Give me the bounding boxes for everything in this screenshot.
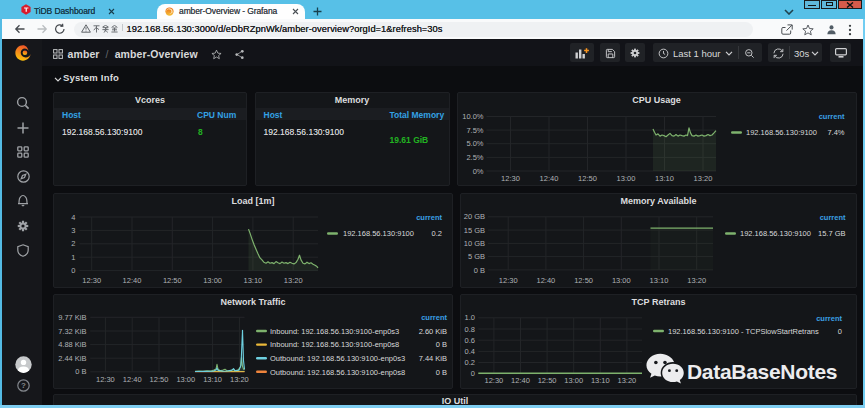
svg-text:192.168.56.130:9100 - TCPSlowS: 192.168.56.130:9100 - TCPSlowStartRetran… xyxy=(668,327,819,336)
svg-text:12:50: 12:50 xyxy=(163,276,182,285)
svg-text:12:30: 12:30 xyxy=(499,276,518,285)
svg-text:0.2: 0.2 xyxy=(432,229,442,238)
svg-text:13:00: 13:00 xyxy=(203,276,222,285)
svg-text:current: current xyxy=(820,213,846,222)
svg-text:12:50: 12:50 xyxy=(578,174,597,183)
svg-text:13:20: 13:20 xyxy=(693,174,712,183)
svg-text:2.44 KiB: 2.44 KiB xyxy=(58,354,86,363)
svg-text:192.168.56.130:9100: 192.168.56.130:9100 xyxy=(343,229,414,238)
svg-text:12:40: 12:40 xyxy=(511,376,530,385)
svg-text:7.32 KiB: 7.32 KiB xyxy=(58,327,86,336)
svg-text:10 GB: 10 GB xyxy=(464,239,485,248)
svg-text:0.2: 0.2 xyxy=(465,358,475,367)
svg-text:2: 2 xyxy=(71,239,75,248)
svg-text:7.44 KiB: 7.44 KiB xyxy=(419,354,447,363)
svg-text:current: current xyxy=(421,313,447,322)
svg-text:4: 4 xyxy=(71,213,75,222)
svg-text:12:30: 12:30 xyxy=(485,376,504,385)
svg-text:7.5%: 7.5% xyxy=(466,126,483,135)
svg-text:0: 0 xyxy=(838,327,842,336)
svg-text:13:20: 13:20 xyxy=(687,276,706,285)
svg-text:current: current xyxy=(818,112,844,121)
svg-text:4.88 KiB: 4.88 KiB xyxy=(58,340,86,349)
svg-text:192.168.56.130:9100: 192.168.56.130:9100 xyxy=(740,229,811,238)
svg-text:Outbound: 192.168.56.130:9100-: Outbound: 192.168.56.130:9100-enp0s8 xyxy=(270,368,405,377)
svg-text:12:50: 12:50 xyxy=(538,376,557,385)
svg-text:13:20: 13:20 xyxy=(284,276,303,285)
svg-text:0: 0 xyxy=(471,369,475,378)
svg-text:current: current xyxy=(816,314,842,323)
svg-text:12:30: 12:30 xyxy=(96,375,115,384)
svg-text:13:00: 13:00 xyxy=(176,375,195,384)
svg-text:0: 0 xyxy=(71,266,75,275)
svg-text:5 GB: 5 GB xyxy=(468,252,485,261)
svg-text:192.168.56.130:9100: 192.168.56.130:9100 xyxy=(746,128,817,137)
svg-text:0.8: 0.8 xyxy=(465,325,475,334)
svg-text:0 B: 0 B xyxy=(474,266,485,275)
svg-text:0 B: 0 B xyxy=(75,367,86,376)
svg-text:Outbound: 192.168.56.130:9100-: Outbound: 192.168.56.130:9100-enp0s3 xyxy=(270,354,405,363)
svg-text:0 B: 0 B xyxy=(436,340,447,349)
svg-text:12:40: 12:40 xyxy=(123,276,142,285)
svg-text:12:40: 12:40 xyxy=(539,174,558,183)
svg-text:13:10: 13:10 xyxy=(655,174,674,183)
svg-text:2.60 KiB: 2.60 KiB xyxy=(419,327,447,336)
svg-text:13:00: 13:00 xyxy=(564,376,583,385)
svg-text:12:40: 12:40 xyxy=(537,276,556,285)
svg-text:0.6: 0.6 xyxy=(465,336,475,345)
svg-text:20 GB: 20 GB xyxy=(464,212,485,221)
svg-text:13:00: 13:00 xyxy=(612,276,631,285)
svg-text:13:10: 13:10 xyxy=(650,276,669,285)
svg-text:10.0%: 10.0% xyxy=(462,112,484,121)
svg-text:9.77 KiB: 9.77 KiB xyxy=(58,313,86,322)
svg-text:Inbound: 192.168.56.130:9100-e: Inbound: 192.168.56.130:9100-enp0s8 xyxy=(270,340,399,349)
svg-text:2.5%: 2.5% xyxy=(466,153,483,162)
svg-text:13:10: 13:10 xyxy=(244,276,263,285)
svg-text:12:40: 12:40 xyxy=(123,375,142,384)
svg-text:13:10: 13:10 xyxy=(203,375,222,384)
svg-text:1.0: 1.0 xyxy=(465,313,475,322)
svg-text:12:30: 12:30 xyxy=(82,276,101,285)
svg-text:13:00: 13:00 xyxy=(616,174,635,183)
svg-text:1: 1 xyxy=(71,253,75,262)
svg-text:15.7 GB: 15.7 GB xyxy=(818,229,846,238)
svg-text:13:10: 13:10 xyxy=(591,376,610,385)
svg-text:5.0%: 5.0% xyxy=(466,139,483,148)
svg-text:3: 3 xyxy=(71,226,75,235)
svg-text:12:50: 12:50 xyxy=(574,276,593,285)
svg-text:13:20: 13:20 xyxy=(230,375,249,384)
svg-text:0.4: 0.4 xyxy=(465,347,475,356)
svg-text:Inbound: 192.168.56.130:9100-e: Inbound: 192.168.56.130:9100-enp0s3 xyxy=(270,327,399,336)
svg-text:0 B: 0 B xyxy=(436,368,447,377)
svg-text:13:20: 13:20 xyxy=(618,376,637,385)
svg-text:0%: 0% xyxy=(472,167,483,176)
svg-text:12:30: 12:30 xyxy=(501,174,520,183)
svg-text:?: ? xyxy=(21,381,26,390)
svg-text:15 GB: 15 GB xyxy=(464,226,485,235)
svg-text:7.4%: 7.4% xyxy=(827,128,844,137)
svg-text:12:50: 12:50 xyxy=(150,375,169,384)
svg-text:current: current xyxy=(416,213,442,222)
